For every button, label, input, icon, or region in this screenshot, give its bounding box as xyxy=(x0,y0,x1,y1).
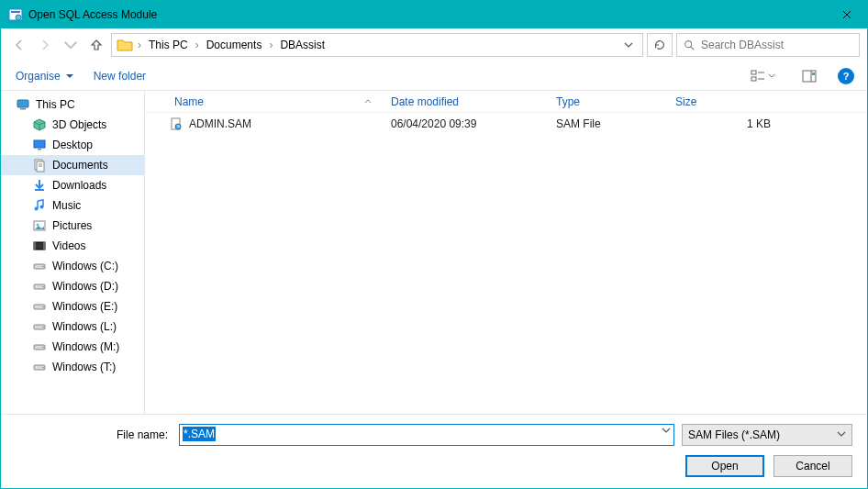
svg-point-22 xyxy=(40,206,44,209)
tree-label: Documents xyxy=(52,159,108,172)
breadcrumb[interactable]: This PC xyxy=(145,37,192,53)
preview-pane-button[interactable] xyxy=(797,66,821,86)
chevron-down-icon xyxy=(837,431,846,437)
app-icon xyxy=(8,7,23,22)
search-placeholder: Search DBAssist xyxy=(701,39,784,51)
tree-label: Desktop xyxy=(52,139,93,151)
breadcrumb[interactable]: Documents xyxy=(203,37,266,53)
svg-point-29 xyxy=(42,266,44,268)
nav-tree[interactable]: This PC 3D Objects Desktop Documents Dow… xyxy=(1,91,144,414)
drive-icon xyxy=(32,299,47,314)
tree-item-music[interactable]: Music xyxy=(1,195,144,216)
cube-icon xyxy=(32,117,47,132)
new-folder-button[interactable]: New folder xyxy=(92,66,148,86)
file-row[interactable]: ADMIN.SAM 06/04/2020 09:39 SAM File 1 KB xyxy=(145,113,867,135)
file-name: ADMIN.SAM xyxy=(189,117,251,130)
svg-rect-6 xyxy=(751,77,756,81)
search-input[interactable]: Search DBAssist xyxy=(676,33,860,57)
tree-item-drive-c[interactable]: Windows (C:) xyxy=(1,256,144,276)
open-file-dialog: Open SQL Access Module › This PC › Docum… xyxy=(0,0,868,489)
file-icon xyxy=(169,117,184,131)
file-name-label: File name: xyxy=(16,428,172,441)
tree-label: This PC xyxy=(36,98,75,111)
file-rows[interactable]: ADMIN.SAM 06/04/2020 09:39 SAM File 1 KB xyxy=(145,113,867,414)
tree-item-videos[interactable]: Videos xyxy=(1,236,144,256)
svg-point-33 xyxy=(42,306,44,308)
tree-item-drive-d[interactable]: Windows (D:) xyxy=(1,276,144,296)
tree-item-this-pc[interactable]: This PC xyxy=(1,94,144,115)
refresh-button[interactable] xyxy=(647,33,673,57)
svg-line-4 xyxy=(691,47,695,50)
file-size: 1 KB xyxy=(668,117,778,130)
address-bar[interactable]: › This PC › Documents › DBAssist xyxy=(111,33,643,57)
bottom-panel: File name: *.SAM SAM Files (*.SAM) Open … xyxy=(1,415,867,488)
recent-locations-button[interactable] xyxy=(60,34,82,56)
column-header-date[interactable]: Date modified xyxy=(384,95,549,108)
file-name-dropdown-button[interactable] xyxy=(662,428,671,433)
nav-back-button[interactable] xyxy=(8,34,30,56)
close-button[interactable] xyxy=(826,1,867,28)
address-dropdown-button[interactable] xyxy=(618,42,639,48)
tree-item-3d-objects[interactable]: 3D Objects xyxy=(1,115,144,135)
svg-rect-26 xyxy=(34,242,36,250)
tree-label: Windows (C:) xyxy=(52,260,118,272)
downloads-icon xyxy=(32,178,47,193)
tree-item-desktop[interactable]: Desktop xyxy=(1,135,144,155)
chevron-right-icon: › xyxy=(267,39,274,51)
tree-label: Windows (D:) xyxy=(52,280,118,293)
column-header-type[interactable]: Type xyxy=(549,95,668,108)
chevron-right-icon: › xyxy=(136,39,143,51)
svg-rect-1 xyxy=(11,11,20,13)
cancel-button[interactable]: Cancel xyxy=(773,455,852,477)
tree-label: 3D Objects xyxy=(52,118,106,131)
tree-label: Windows (E:) xyxy=(52,300,117,313)
desktop-icon xyxy=(32,138,47,152)
svg-rect-5 xyxy=(751,71,756,74)
svg-rect-9 xyxy=(803,71,816,82)
organise-button[interactable]: Organise xyxy=(14,66,75,86)
file-date: 06/04/2020 09:39 xyxy=(384,117,549,130)
window-title: Open SQL Access Module xyxy=(28,8,826,21)
tree-label: Windows (L:) xyxy=(52,320,117,333)
view-mode-button[interactable] xyxy=(744,66,781,86)
file-type-filter[interactable]: SAM Files (*.SAM) xyxy=(682,424,852,446)
drive-icon xyxy=(32,259,47,273)
nav-up-button[interactable] xyxy=(85,34,107,56)
music-icon xyxy=(32,198,47,213)
tree-item-downloads[interactable]: Downloads xyxy=(1,175,144,195)
tree-item-drive-l[interactable]: Windows (L:) xyxy=(1,317,144,337)
svg-point-35 xyxy=(42,327,44,328)
column-header-size[interactable]: Size xyxy=(668,95,778,108)
dialog-body: This PC 3D Objects Desktop Documents Dow… xyxy=(1,91,867,415)
breadcrumb[interactable]: DBAssist xyxy=(276,37,328,53)
tree-label: Windows (M:) xyxy=(52,340,119,353)
svg-rect-13 xyxy=(20,108,26,110)
svg-point-39 xyxy=(42,367,44,369)
open-button[interactable]: Open xyxy=(685,455,764,477)
tree-label: Videos xyxy=(52,239,85,252)
nav-forward-button[interactable] xyxy=(34,34,56,56)
file-type: SAM File xyxy=(549,117,668,130)
drive-icon xyxy=(32,339,47,354)
drive-icon xyxy=(32,279,47,294)
svg-point-37 xyxy=(42,347,44,349)
svg-point-2 xyxy=(16,15,21,20)
computer-icon xyxy=(16,97,30,112)
help-button[interactable]: ? xyxy=(838,68,854,84)
tree-item-drive-e[interactable]: Windows (E:) xyxy=(1,296,144,317)
tree-item-documents[interactable]: Documents xyxy=(1,155,144,175)
sort-indicator-icon xyxy=(364,99,372,104)
tree-item-drive-m[interactable]: Windows (M:) xyxy=(1,337,144,357)
svg-rect-27 xyxy=(43,242,45,250)
titlebar: Open SQL Access Module xyxy=(1,1,867,28)
file-list: Name Date modified Type Size ADM xyxy=(144,91,867,414)
tree-item-drive-t[interactable]: Windows (T:) xyxy=(1,357,144,377)
pictures-icon xyxy=(32,218,47,233)
tree-item-pictures[interactable]: Pictures xyxy=(1,216,144,236)
folder-icon xyxy=(116,36,134,54)
tree-label: Pictures xyxy=(52,219,92,232)
file-name-input[interactable] xyxy=(179,424,674,446)
column-header-name[interactable]: Name xyxy=(145,95,384,108)
search-icon xyxy=(683,39,696,51)
svg-point-31 xyxy=(42,286,44,288)
